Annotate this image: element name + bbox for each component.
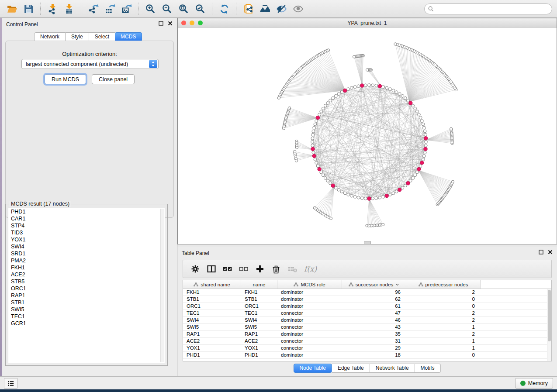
mcds-result-item[interactable]: ORC1 — [8, 285, 165, 292]
mcds-result-item[interactable]: STB5 — [8, 278, 165, 285]
mcds-result-item[interactable]: SWI5 — [8, 306, 165, 313]
table-row[interactable]: STB1STB1dominator620 — [183, 296, 551, 303]
tab-style[interactable]: Style — [66, 32, 89, 41]
table-scrollbar-thumb[interactable] — [548, 290, 551, 341]
mcds-result-item[interactable]: TEC1 — [8, 313, 165, 320]
tab-edge-table[interactable]: Edge Table — [332, 364, 370, 373]
attribute-icon — [194, 282, 198, 287]
mcds-result-item[interactable]: CAR1 — [8, 215, 165, 222]
tab-select[interactable]: Select — [89, 32, 115, 41]
network-graph[interactable] — [178, 28, 557, 244]
zoom-fit-button[interactable] — [175, 2, 192, 16]
column-header-label: name — [253, 282, 266, 287]
show-columns-button[interactable] — [207, 263, 216, 275]
table-row[interactable]: PHD1PHD1dominator180 — [183, 352, 551, 359]
table-options-gear-icon — [190, 264, 200, 274]
tab-network-table[interactable]: Network Table — [370, 364, 415, 373]
main-toolbar — [0, 0, 557, 18]
float-window-icon[interactable] — [159, 21, 163, 26]
import-network-button[interactable] — [44, 2, 61, 16]
show-view-button[interactable] — [290, 2, 306, 16]
mcds-result-item[interactable]: STB1 — [8, 299, 165, 306]
export-image-button[interactable] — [118, 2, 135, 16]
import-table-button[interactable] — [61, 2, 77, 16]
mcds-result-item[interactable]: FKH1 — [8, 264, 165, 271]
zoom-out-button[interactable] — [159, 2, 175, 16]
task-history-button[interactable] — [4, 378, 17, 389]
table-cell: 0 — [406, 303, 481, 309]
search-field[interactable] — [424, 3, 552, 14]
table-row[interactable]: YOX1YOX1connector291 — [183, 345, 551, 352]
close-panel-icon[interactable] — [548, 250, 553, 254]
delete-row-button[interactable] — [271, 263, 281, 275]
table-options-gear-button[interactable] — [190, 263, 200, 275]
mcds-result-item[interactable]: YOX1 — [8, 236, 165, 243]
optimization-criterion-label: Optimization criterion: — [6, 51, 173, 57]
table-row[interactable]: ACE2ACE2connector311 — [183, 338, 551, 345]
open-file-button[interactable] — [3, 2, 20, 16]
splitter-handle[interactable] — [364, 241, 371, 244]
column-header-MCDS-role[interactable]: MCDS role — [277, 280, 342, 289]
run-mcds-button[interactable]: Run MCDS — [45, 74, 86, 84]
table-cell: connector — [277, 345, 342, 351]
hide-view-button[interactable] — [273, 2, 290, 16]
add-row-button[interactable] — [255, 263, 265, 275]
mcds-result-item[interactable]: SWI4 — [8, 243, 165, 250]
table-row[interactable]: RAP1RAP1dominator352 — [183, 331, 551, 338]
dropdown-stepper-icon — [149, 60, 157, 68]
mcds-result-title: MCDS result (17 nodes) — [9, 201, 71, 207]
table-cell: PHD1 — [241, 352, 277, 358]
network-canvas[interactable] — [178, 28, 557, 244]
tab-node-table[interactable]: Node Table — [293, 364, 332, 373]
mcds-list-scrollbar[interactable] — [160, 209, 164, 362]
zoom-selected-icon — [195, 3, 206, 14]
zoom-selected-button[interactable] — [192, 2, 208, 16]
search-network-button[interactable] — [256, 2, 273, 16]
export-table-icon — [104, 3, 115, 14]
close-panel-icon[interactable] — [168, 21, 173, 26]
network-from-document-button[interactable] — [240, 2, 256, 16]
export-network-button[interactable] — [85, 2, 101, 16]
export-table-button[interactable] — [101, 2, 118, 16]
cytoscape-app: Control Panel NetworkStyleSelectMCDS Opt… — [0, 0, 557, 392]
float-window-icon[interactable] — [539, 250, 543, 254]
save-session-icon — [23, 3, 34, 14]
mcds-result-item[interactable]: GCR1 — [8, 320, 165, 327]
criterion-dropdown[interactable]: largest connected component (undirected) — [21, 59, 159, 69]
deselect-all-checkboxes-button[interactable] — [239, 263, 249, 275]
control-panel: Control Panel NetworkStyleSelectMCDS Opt… — [2, 18, 177, 376]
refresh-view-button[interactable] — [216, 2, 232, 16]
table-scrollbar[interactable] — [547, 289, 551, 361]
mcds-result-item[interactable]: STP4 — [8, 222, 165, 229]
mcds-result-item[interactable]: ACE2 — [8, 271, 165, 278]
table-row[interactable]: ORC1ORC1dominator610 — [183, 303, 551, 310]
save-session-button[interactable] — [20, 2, 37, 16]
column-header-successor-nodes[interactable]: successor nodes — [342, 280, 406, 289]
tab-network[interactable]: Network — [34, 32, 66, 41]
table-row[interactable]: FKH1FKH1dominator962 — [183, 289, 551, 296]
column-header-predecessor-nodes[interactable]: predecessor nodes — [406, 280, 481, 289]
table-cell: dominator — [277, 352, 342, 358]
table-cell: 0 — [406, 296, 481, 303]
mcds-result-item[interactable]: PHD1 — [8, 208, 165, 215]
network-window-titlebar[interactable]: YPA_prune.txt_1 — [178, 18, 557, 28]
tab-motifs[interactable]: Motifs — [415, 364, 441, 373]
tab-mcds[interactable]: MCDS — [115, 32, 142, 41]
select-all-checkboxes-button[interactable] — [223, 263, 232, 275]
mcds-result-item[interactable]: TID3 — [8, 229, 165, 236]
column-header-name[interactable]: name — [241, 280, 277, 289]
table-cell: 0 — [406, 352, 481, 358]
search-input[interactable] — [434, 5, 552, 14]
table-row[interactable]: SWI4SWI4dominator462 — [183, 317, 551, 324]
table-cell: RAP1 — [183, 331, 241, 337]
mcds-result-item[interactable]: RAP1 — [8, 292, 165, 299]
column-header-shared-name[interactable]: shared name — [183, 280, 241, 289]
close-panel-button[interactable]: Close panel — [92, 74, 135, 84]
mcds-result-item[interactable]: SRD1 — [8, 250, 165, 257]
table-row[interactable]: SWI5SWI5connector431 — [183, 324, 551, 331]
mcds-result-item[interactable]: PMA2 — [8, 257, 165, 264]
memory-button[interactable]: Memory — [515, 378, 553, 389]
table-row[interactable]: TEC1TEC1connector472 — [183, 310, 551, 317]
mcds-result-list[interactable]: PHD1CAR1STP4TID3YOX1SWI4SRD1PMA2FKH1ACE2… — [8, 208, 165, 363]
zoom-in-button[interactable] — [142, 2, 159, 16]
